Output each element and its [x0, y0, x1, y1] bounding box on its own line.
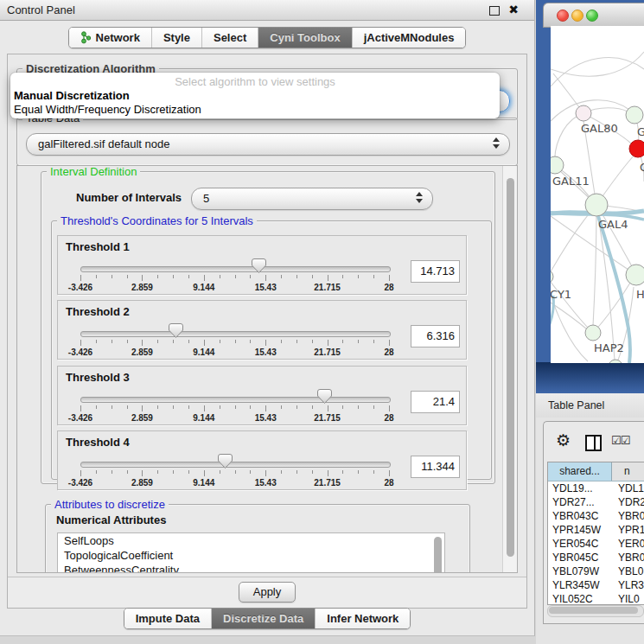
numerical-attributes-list[interactable]: SelfLoopsTopologicalCoefficientBetweenne…: [57, 532, 445, 573]
network-node-gal4[interactable]: [585, 194, 608, 216]
table-row[interactable]: YLR345WYLR3: [548, 578, 644, 592]
interval-definition-group: Interval Definition Number of Intervals …: [41, 171, 495, 484]
tab-jactivemnodules[interactable]: jActiveMNodules: [353, 28, 466, 48]
threshold-1-slider-track[interactable]: [80, 266, 391, 272]
minimize-traffic-light-icon[interactable]: [571, 10, 583, 22]
tab-label: jActiveMNodules: [364, 31, 455, 44]
number-of-intervals-combobox[interactable]: 5: [191, 188, 433, 210]
network-window-titlebar[interactable]: [543, 3, 644, 28]
table-row[interactable]: YDL19...YDL1: [548, 481, 644, 495]
tab-label: Impute Data: [136, 612, 200, 625]
network-node-gal80[interactable]: [576, 105, 591, 121]
slider-tick: [157, 275, 158, 278]
algorithm-dropdown-popup: Select algorithm to view settings Manual…: [10, 73, 500, 118]
network-edge[interactable]: [551, 303, 587, 329]
table-row[interactable]: YBR043CYBR0: [548, 509, 644, 523]
threshold-4-slider-track[interactable]: [80, 462, 391, 468]
float-window-icon[interactable]: [489, 6, 500, 16]
network-edge[interactable]: [593, 205, 596, 326]
tab-infer-network[interactable]: Infer Network: [316, 609, 410, 628]
column-header-name[interactable]: n: [612, 462, 644, 481]
tab-cyni-toolbox[interactable]: Cyni Toolbox: [258, 28, 352, 48]
dropdown-item-manual-discretization[interactable]: Manual Discretization: [14, 89, 130, 102]
table-row[interactable]: YDR27...YDR2: [548, 495, 644, 509]
table-row[interactable]: YIL052CYIL0: [548, 592, 644, 605]
tab-select[interactable]: Select: [202, 28, 258, 48]
network-node-ga[interactable]: [626, 106, 643, 124]
columns-icon[interactable]: [585, 435, 602, 451]
gear-icon[interactable]: ⚙: [556, 432, 571, 449]
table-hscroll-thumb[interactable]: [549, 607, 638, 614]
network-node-h[interactable]: [626, 265, 644, 285]
tab-discretize-data[interactable]: Discretize Data: [212, 609, 316, 628]
table-cell: YDR27...: [548, 495, 615, 509]
threshold-3-slider-thumb[interactable]: [317, 389, 332, 404]
node-table[interactable]: shared...n YDL19...YDL1YDR27...YDR2YBR04…: [547, 462, 644, 605]
table-data-combobox[interactable]: galFiltered.sif default node: [26, 133, 510, 156]
slider-tick-label: 28: [384, 283, 393, 292]
threshold-2-slider-thumb[interactable]: [169, 323, 183, 338]
table-row[interactable]: YER054CYER0: [548, 537, 644, 551]
threshold-4-label: Threshold 4: [66, 436, 130, 449]
table-panel-header[interactable]: Table Panel: [536, 393, 644, 418]
slider-tick: [173, 470, 174, 474]
slider-tick-label: 15.43: [255, 283, 277, 292]
network-node[interactable]: [609, 360, 622, 363]
settings-scrollbar-thumb[interactable]: [507, 178, 514, 557]
tab-style[interactable]: Style: [152, 28, 202, 48]
threshold-1-value-field[interactable]: 14.713: [411, 260, 460, 283]
table-cell: YER054C: [548, 537, 615, 551]
network-node-hap2[interactable]: [585, 325, 601, 341]
column-header-shared-name[interactable]: shared...: [548, 462, 612, 481]
slider-tick-label: -3.426: [68, 478, 92, 488]
slider-tick: [112, 470, 112, 474]
threshold-3-slider-track[interactable]: [80, 397, 391, 403]
control-panel-window: Control Panel ✖ NetworkStyleSelectCyni T…: [0, 0, 535, 636]
threshold-3-value-field[interactable]: 21.4: [411, 391, 460, 413]
tab-network[interactable]: Network: [69, 28, 152, 48]
tab-impute-data[interactable]: Impute Data: [124, 609, 212, 628]
slider-tick: [281, 470, 282, 474]
attribute-item-topologicalcoefficient[interactable]: TopologicalCoefficient: [58, 548, 444, 563]
table-horizontal-scrollbar[interactable]: [547, 605, 644, 617]
attribute-item-selfloops[interactable]: SelfLoops: [58, 533, 444, 548]
slider-tick-label: 15.43: [255, 348, 277, 357]
table-row[interactable]: YBR045CYBR0: [548, 551, 644, 564]
slider-tick: [281, 275, 282, 278]
attributes-scrollbar-thumb[interactable]: [434, 537, 442, 573]
network-node-gal11[interactable]: [551, 156, 564, 174]
close-icon[interactable]: ✖: [508, 2, 519, 17]
threshold-2-slider-track[interactable]: [80, 331, 391, 337]
slider-tick: [389, 275, 390, 281]
close-traffic-light-icon[interactable]: [557, 10, 569, 22]
table-row[interactable]: YBL079WYBL0: [548, 564, 644, 578]
attribute-item-betweennesscentrality[interactable]: BetweennessCentrality: [58, 563, 444, 573]
control-panel-titlebar[interactable]: Control Panel ✖: [0, 0, 534, 21]
select-columns-checkboxes-icon[interactable]: ☑☑: [611, 434, 629, 447]
threshold-4-slider-thumb[interactable]: [218, 454, 233, 469]
network-edge[interactable]: [551, 58, 644, 86]
apply-button[interactable]: Apply: [239, 582, 296, 603]
threshold-1-slider-thumb[interactable]: [252, 258, 266, 273]
network-node-label: GAL80: [581, 122, 618, 135]
slider-tick: [127, 340, 128, 343]
network-canvas[interactable]: GAL80GACGAL11GAL4GCY1HHAP2: [551, 26, 644, 363]
slider-tick: [188, 405, 189, 409]
dropdown-item-equal-width-frequency-discretization[interactable]: Equal Width/Frequency Discretization: [14, 103, 201, 116]
settings-scrollbar-track[interactable]: [502, 166, 517, 572]
slider-tick: [328, 340, 328, 346]
threshold-4-value-field[interactable]: 11.344: [411, 456, 460, 478]
slider-tick: [265, 470, 266, 476]
slider-tick-label: 21.715: [314, 413, 341, 423]
slider-tick: [250, 275, 251, 278]
slider-tick: [127, 275, 128, 278]
zoom-traffic-light-icon[interactable]: [586, 10, 598, 22]
table-cell: YIL052C: [548, 592, 615, 605]
network-node-gcy1[interactable]: [551, 270, 553, 284]
slider-tick-label: 2.859: [131, 348, 153, 357]
network-node-c[interactable]: [629, 140, 644, 157]
threshold-2-value-field[interactable]: 6.316: [411, 325, 460, 348]
table-row[interactable]: YPR145WYPR1: [548, 523, 644, 537]
slider-tick: [127, 405, 128, 409]
slider-tick: [281, 340, 282, 343]
